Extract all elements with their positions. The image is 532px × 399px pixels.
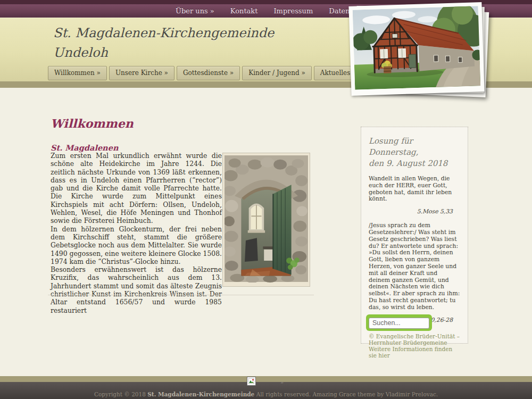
article-body: Zum ersten Mal urkundlich erwähnt wurde … [51, 152, 222, 314]
nav-item-unsere-kirche[interactable]: Unsere Kirche » [109, 66, 174, 80]
site-title: St. Magdalenen-Kirchengemeinde Undeloh [53, 23, 274, 63]
topnav-item-kontakt[interactable]: Kontakt [230, 7, 258, 15]
site-title-line2: Undeloh [53, 43, 274, 63]
losung-verse-2: /Jesus sprach zu dem Gesetzeslehrer:/ Wa… [369, 222, 460, 311]
losung-heading-line1: Losung für Donnerstag, [369, 136, 460, 158]
broken-image-icon [247, 377, 256, 386]
doorway-photo-image [225, 155, 308, 282]
article-paragraph: Besonders erwähnenswert ist das hölzerne… [51, 265, 222, 314]
header-photo-stack [349, 1, 491, 101]
article-paragraph: Zum ersten Mal urkundlich erwähnt wurde … [51, 152, 222, 225]
losung-heading: Losung für Donnerstag, den 9. August 201… [369, 136, 460, 169]
article-photo-frame [222, 153, 310, 287]
losung-heading-line2: den 9. August 2018 [369, 158, 460, 169]
footer-site-name: St. Magdalenen-Kirchengemeinde [147, 391, 254, 397]
olive-divider-bottom [0, 376, 532, 382]
church-photo-image [353, 6, 481, 89]
losung-copyright: © Evangelische Brüder-Unität – Herrnhute… [369, 333, 460, 346]
losung-more-info-link[interactable]: Weitere Informationen finden sie hier [369, 346, 460, 359]
nav-item-kinder-jugend[interactable]: Kinder / Jugend » [242, 66, 312, 80]
sidebar-losung-widget: Losung für Donnerstag, den 9. August 201… [361, 127, 468, 344]
article-divider [48, 295, 314, 295]
footer-menu-chevron[interactable]: » [280, 379, 284, 385]
search-widget [366, 314, 432, 331]
footer-copyright: Copyright © 2018 St. Magdalenen-Kircheng… [0, 391, 532, 397]
search-input[interactable] [369, 318, 429, 329]
nav-item-willkommen[interactable]: Willkommen » [48, 66, 107, 80]
topnav-item-impressum[interactable]: Impressum [273, 7, 313, 15]
footer-copyright-prefix: Copyright © 2018 [94, 391, 147, 397]
article-title: St. Magdalenen [51, 143, 118, 152]
page-title: Willkommen [51, 117, 134, 130]
photo-frame [348, 2, 484, 96]
nav-item-gottesdienste[interactable]: Gottesdienste » [177, 66, 240, 80]
losung-source-1: 5.Mose 5,33 [369, 208, 460, 215]
site-title-line1: St. Magdalenen-Kirchengemeinde [53, 23, 274, 43]
losung-verse-1: Wandelt in allen Wegen, die euch der HER… [369, 176, 460, 203]
topnav-item-ueber-uns[interactable]: Über uns » [176, 7, 214, 15]
article-paragraph: In dem hölzernen Glockenturm, der frei n… [51, 225, 222, 265]
footer-copyright-suffix: All rights reserved. Amazing Grace theme… [254, 391, 438, 397]
